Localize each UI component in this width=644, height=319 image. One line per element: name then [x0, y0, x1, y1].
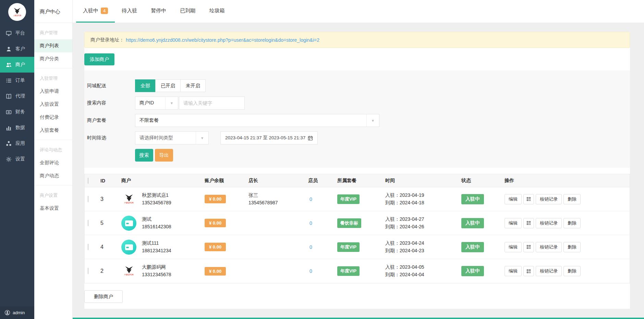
delivery-option-enabled[interactable]: 已开启: [155, 79, 181, 92]
qrcode-button[interactable]: [523, 194, 534, 204]
merchant-logo: 大鹏源码网: [121, 264, 136, 279]
add-merchant-button[interactable]: 添加商户: [84, 53, 114, 65]
delivery-option-disabled[interactable]: 未开启: [180, 79, 206, 92]
sidebar-item-settings[interactable]: 设置: [0, 151, 34, 167]
verify-records-button[interactable]: 核销记录: [536, 194, 562, 204]
date-range-value: 2023-04-15 21:37 至 2023-05-15 21:37: [225, 135, 305, 141]
sidebar-item-label: 财务: [15, 109, 25, 115]
tab-expired-merchants[interactable]: 已到期: [173, 0, 202, 23]
merchant-phone: 18812341234: [142, 247, 171, 255]
sidebar-item-label: 设置: [15, 156, 25, 162]
merchant-phone: 13523456789: [142, 199, 171, 207]
staff-count-link[interactable]: 0: [304, 268, 333, 274]
staff-count-link[interactable]: 0: [304, 196, 333, 202]
sidebar-item-apps[interactable]: 应用: [0, 136, 34, 151]
merchant-phone: 13312345678: [142, 271, 171, 279]
package-badge: 年度VIP: [337, 266, 360, 276]
delivery-option-all[interactable]: 全部: [135, 79, 156, 92]
staff-count-link[interactable]: 0: [304, 220, 333, 226]
delete-button[interactable]: 删除: [563, 266, 581, 276]
user-icon: [6, 46, 12, 52]
verify-records-button[interactable]: 核销记录: [536, 218, 562, 228]
admin-username: admin: [13, 310, 25, 315]
select-all-checkbox[interactable]: [88, 178, 88, 184]
sidebar-item-label: 订单: [15, 77, 25, 84]
merchant-cell: 测试111 18812341234: [116, 240, 201, 255]
tab-label: 已到期: [180, 8, 195, 14]
submenu-item-entry-packages[interactable]: 入驻套餐: [34, 124, 72, 137]
sidebar-item-merchants[interactable]: 商户: [0, 57, 34, 73]
sidebar-item-customers[interactable]: 客户: [0, 41, 34, 57]
submenu-item-payment-records[interactable]: 付费记录: [34, 111, 72, 124]
column-header-actions: 操作: [501, 178, 630, 184]
search-button[interactable]: 搜索: [135, 149, 153, 162]
balance-badge: ¥ 0.00: [205, 243, 226, 251]
keyword-input[interactable]: [179, 97, 245, 110]
verify-records-button[interactable]: 核销记录: [536, 266, 562, 276]
bulk-delete-button[interactable]: 删除商户: [84, 290, 123, 303]
qrcode-button[interactable]: [523, 242, 534, 252]
date-range-picker[interactable]: 2023-04-15 21:37 至 2023-05-15 21:37: [220, 131, 318, 144]
tab-suspended-merchants[interactable]: 暂停中: [144, 0, 173, 23]
expire-date: 到期：2024-04-26: [385, 223, 458, 231]
row-checkbox[interactable]: [88, 268, 88, 274]
list-icon: [6, 78, 12, 84]
status-tabs: 入驻中 4 待入驻 暂停中 已到期 垃圾箱: [73, 0, 644, 23]
user-avatar-icon: [4, 310, 10, 316]
staff-count-link[interactable]: 0: [304, 244, 333, 250]
edit-button[interactable]: 编辑: [505, 218, 522, 228]
sidebar-item-label: 应用: [15, 140, 25, 146]
qrcode-button[interactable]: [523, 266, 534, 276]
app-window: 大鹏源码网 平台 客户 商户 订单 代理 财务: [0, 0, 644, 319]
delete-button[interactable]: 删除: [563, 242, 581, 252]
manager-phone: 13545678987: [248, 199, 304, 207]
chevron-down-icon: ▼: [196, 132, 208, 144]
brand-logo-circle: 大鹏源码网: [8, 3, 26, 21]
status-badge: 入驻中: [461, 194, 484, 204]
gear-icon: [6, 156, 12, 162]
edit-button[interactable]: 编辑: [505, 194, 522, 204]
column-header-manager: 店长: [246, 178, 304, 184]
qrcode-button[interactable]: [523, 218, 534, 228]
edit-button[interactable]: 编辑: [505, 242, 522, 252]
group-heading: 评论与动态: [34, 140, 72, 156]
delete-button[interactable]: 删除: [563, 194, 581, 204]
admin-user-menu[interactable]: admin: [0, 306, 34, 319]
balance-badge: ¥ 0.00: [205, 219, 226, 227]
table-header-row: ID 商户 账户余额 店长 店员 所属套餐 时间 状态 操作: [85, 174, 630, 187]
balance-badge: ¥ 0.00: [205, 267, 226, 276]
tab-pending-merchants[interactable]: 待入驻: [115, 0, 144, 23]
tab-trash[interactable]: 垃圾箱: [202, 0, 231, 23]
submenu-item-all-comments[interactable]: 全部评论: [34, 156, 72, 169]
sidebar-item-finance[interactable]: 财务: [0, 104, 34, 120]
login-url-notice: 商户登录地址： https://demo6.ynjdzzd008.cn/web/…: [84, 32, 630, 48]
verify-records-button[interactable]: 核销记录: [536, 242, 562, 252]
submenu-item-entry-apply[interactable]: 入驻申请: [34, 85, 72, 98]
row-checkbox[interactable]: [88, 244, 88, 250]
delete-button[interactable]: 删除: [563, 218, 581, 228]
package-select[interactable]: 不限套餐 ▼: [135, 114, 379, 127]
export-button[interactable]: 导出: [155, 149, 173, 162]
tab-label: 暂停中: [151, 8, 166, 14]
table-row: 3 大鹏源码网 秋瑟测试店1 13523456789 ¥ 0.00: [85, 187, 630, 211]
sidebar-item-agents[interactable]: 代理: [0, 88, 34, 104]
time-type-select[interactable]: 请选择时间类型 ▼: [135, 131, 209, 144]
submenu-item-entry-settings[interactable]: 入驻设置: [34, 98, 72, 111]
row-checkbox[interactable]: [88, 196, 88, 202]
submenu-item-basic-settings[interactable]: 基本设置: [34, 202, 72, 215]
qrcode-icon: [526, 197, 531, 201]
merchant-login-link[interactable]: https://demo6.ynjdzzd008.cn/web/citystor…: [126, 37, 319, 43]
submenu-item-merchant-list[interactable]: 商户列表: [34, 39, 72, 52]
submenu-item-merchant-category[interactable]: 商户分类: [34, 52, 72, 65]
tab-active-merchants[interactable]: 入驻中 4: [76, 0, 115, 23]
submenu-item-merchant-feed[interactable]: 商户动态: [34, 169, 72, 182]
row-checkbox[interactable]: [88, 220, 88, 226]
join-date: 入驻：2023-04-24: [385, 240, 458, 247]
sidebar-item-platform[interactable]: 平台: [0, 25, 34, 41]
sidebar-item-orders[interactable]: 订单: [0, 73, 34, 88]
edit-button[interactable]: 编辑: [505, 266, 522, 276]
search-field-select[interactable]: 商户ID ▼: [135, 97, 178, 110]
eagle-icon: [124, 266, 134, 273]
group-heading: 商户管理: [34, 23, 72, 39]
sidebar-item-data[interactable]: 数据: [0, 120, 34, 136]
